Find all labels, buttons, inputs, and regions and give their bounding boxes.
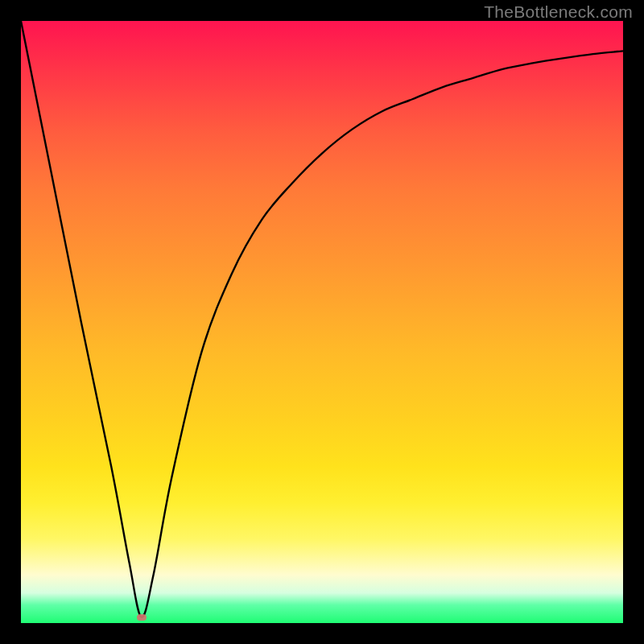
minimum-marker [137, 614, 147, 621]
watermark-text: TheBottleneck.com [484, 2, 633, 22]
curve-svg [21, 21, 623, 623]
bottleneck-curve [21, 21, 623, 617]
plot-area [21, 21, 623, 623]
chart-frame: TheBottleneck.com [0, 0, 644, 644]
